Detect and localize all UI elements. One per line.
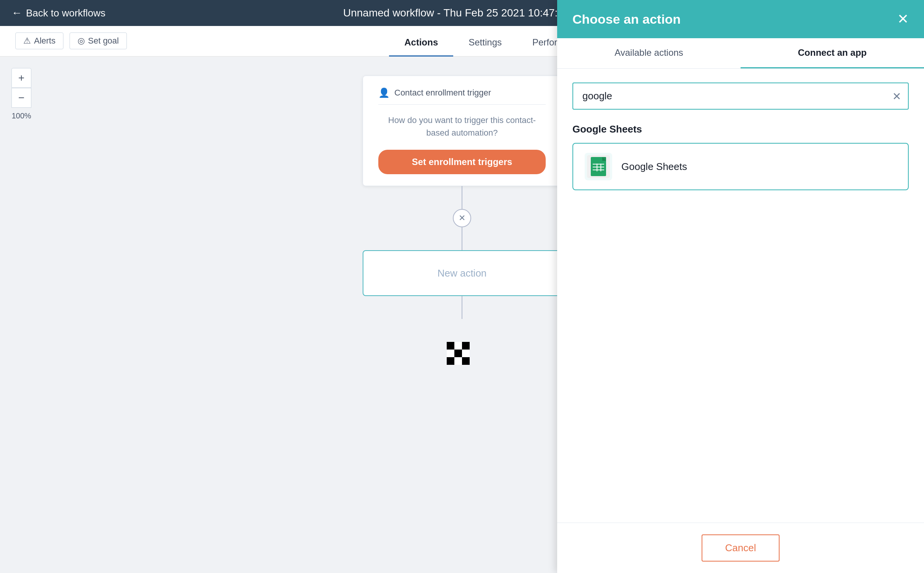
svg-rect-15	[597, 164, 598, 172]
set-goal-button[interactable]: ◎ Set goal	[70, 32, 127, 49]
trigger-body-text: How do you want to trigger this contact-…	[378, 114, 546, 139]
connector-line-3	[462, 296, 462, 319]
back-label: Back to workflows	[26, 7, 105, 19]
connector-line-1	[462, 186, 462, 209]
svg-rect-8	[462, 357, 470, 365]
tab-connect-app[interactable]: Connect an app	[741, 38, 924, 68]
panel-body: ✕ Google Sheets	[557, 69, 924, 523]
trigger-header: 👤 Contact enrollment trigger	[378, 87, 546, 105]
contact-icon: 👤	[378, 87, 390, 98]
zoom-in-button[interactable]: +	[11, 68, 31, 88]
svg-rect-7	[454, 357, 462, 365]
panel-footer: Cancel	[557, 523, 924, 573]
svg-rect-4	[454, 350, 462, 357]
back-to-workflows-link[interactable]: ← Back to workflows	[11, 7, 105, 19]
set-enrollment-button[interactable]: Set enrollment triggers	[378, 150, 546, 174]
tab-actions[interactable]: Actions	[389, 37, 453, 57]
svg-rect-6	[447, 357, 454, 365]
google-sheets-icon	[587, 155, 610, 178]
svg-rect-11	[602, 157, 606, 161]
svg-rect-13	[593, 167, 604, 168]
panel-tabs: Available actions Connect an app	[557, 38, 924, 69]
right-panel: Choose an action ✕ Available actions Con…	[557, 0, 924, 573]
search-input[interactable]	[572, 83, 909, 110]
alerts-button[interactable]: ⚠ Alerts	[15, 32, 63, 49]
svg-rect-1	[454, 342, 462, 350]
google-sheets-icon-wrapper	[585, 153, 612, 180]
svg-rect-0	[447, 342, 454, 350]
trigger-card: 👤 Contact enrollment trigger How do you …	[363, 76, 561, 186]
zoom-controls: + − 100%	[11, 68, 31, 120]
connector-line-2	[462, 227, 462, 250]
search-wrapper: ✕	[572, 83, 909, 110]
trigger-header-label: Contact enrollment trigger	[394, 88, 491, 98]
delete-connector-button[interactable]: ✕	[453, 209, 471, 227]
panel-header: Choose an action ✕	[557, 0, 924, 38]
svg-rect-14	[593, 170, 604, 171]
workflow-title: Unnamed workflow - Thu Feb 25 2021 10:47…	[343, 7, 581, 19]
svg-rect-3	[447, 350, 454, 357]
sub-nav-actions: ⚠ Alerts ◎ Set goal	[15, 32, 127, 56]
panel-title: Choose an action	[572, 12, 681, 27]
svg-rect-2	[462, 342, 470, 350]
google-sheets-label: Google Sheets	[621, 161, 687, 173]
section-header: Google Sheets	[572, 123, 909, 135]
google-sheets-item[interactable]: Google Sheets	[572, 143, 909, 190]
search-clear-button[interactable]: ✕	[892, 90, 901, 102]
cancel-button[interactable]: Cancel	[702, 534, 780, 562]
new-action-label: New action	[438, 267, 487, 279]
tab-available-actions[interactable]: Available actions	[557, 38, 741, 68]
zoom-out-button[interactable]: −	[11, 88, 31, 108]
panel-close-button[interactable]: ✕	[897, 12, 909, 26]
end-marker	[447, 342, 477, 369]
back-arrow-icon: ←	[11, 7, 22, 19]
alert-icon: ⚠	[23, 36, 31, 46]
zoom-level: 100%	[11, 112, 31, 120]
new-action-card[interactable]: New action	[363, 250, 561, 296]
goal-icon: ◎	[78, 36, 85, 46]
tab-settings[interactable]: Settings	[453, 37, 517, 57]
svg-rect-12	[593, 164, 604, 165]
svg-rect-5	[462, 350, 470, 357]
svg-rect-16	[600, 164, 601, 172]
